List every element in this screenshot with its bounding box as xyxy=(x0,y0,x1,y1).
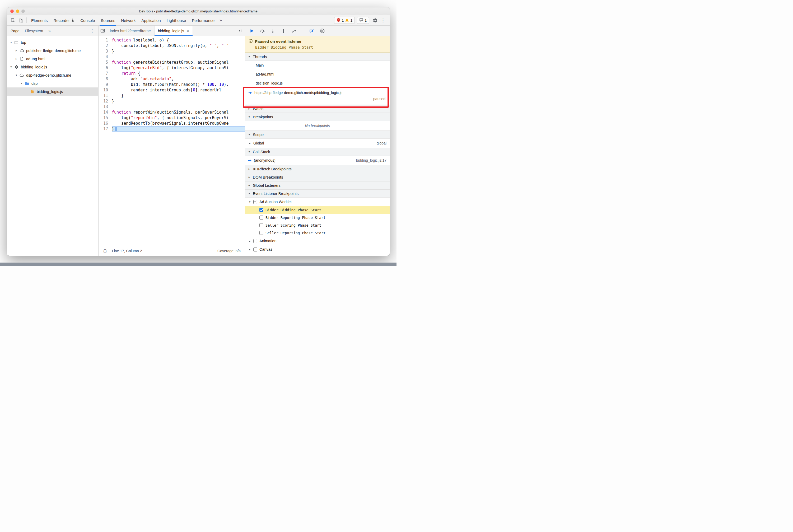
callstack-section-header[interactable]: ▾ Call Stack xyxy=(245,148,390,156)
tree-item[interactable]: ▸ad-tag.html xyxy=(7,55,98,63)
tree-item[interactable]: ▾top xyxy=(7,38,98,46)
xhr-breakpoints-section-header[interactable]: ▸ XHR/fetch Breakpoints xyxy=(245,165,390,173)
tab-recorder[interactable]: Recorder xyxy=(51,15,78,26)
line-number[interactable]: 1 xyxy=(98,38,112,43)
device-toolbar-button[interactable] xyxy=(17,17,25,24)
tab-network[interactable]: Network xyxy=(118,15,138,26)
dom-breakpoints-section-header[interactable]: ▸ DOM Breakpoints xyxy=(245,173,390,181)
sidebar-tab-filesystem[interactable]: Filesystem xyxy=(25,29,43,33)
line-number[interactable]: 17 xyxy=(98,126,112,132)
indeterminate-checkbox[interactable] xyxy=(253,200,257,204)
code-line-content[interactable]: return { xyxy=(112,71,245,76)
threads-section-header[interactable]: ▾ Threads xyxy=(245,53,390,61)
scope-global-row[interactable]: ▸ Global global xyxy=(245,139,390,148)
code-line-content[interactable]: function log(label, o) { xyxy=(112,38,245,43)
resume-button[interactable] xyxy=(248,27,255,34)
breakpoints-section-header[interactable]: ▾ Breakpoints xyxy=(245,113,390,121)
code-line-content[interactable]: render: interestGroup.ads[0].renderUrl xyxy=(112,88,245,93)
deactivate-breakpoints-button[interactable] xyxy=(308,27,315,34)
unchecked-checkbox[interactable] xyxy=(253,239,257,243)
code-line-content[interactable] xyxy=(112,54,245,60)
line-number[interactable]: 11 xyxy=(98,93,112,98)
inspect-element-button[interactable] xyxy=(9,17,17,24)
line-number[interactable]: 6 xyxy=(98,65,112,71)
line-number[interactable]: 7 xyxy=(98,71,112,76)
line-number[interactable]: 14 xyxy=(98,110,112,115)
callstack-frame[interactable]: (anonymous) bidding_logic.js:17 xyxy=(245,156,390,165)
expanded-arrow-icon[interactable]: ▾ xyxy=(20,82,24,85)
thread-item[interactable]: ad-tag.html xyxy=(245,70,390,79)
more-panels-button[interactable]: » xyxy=(218,18,224,23)
tab-performance[interactable]: Performance xyxy=(189,15,218,26)
event-breakpoint-item[interactable]: Bidder Bidding Phase Start xyxy=(245,206,390,214)
pause-on-exceptions-button[interactable] xyxy=(319,27,326,34)
window-titlebar[interactable]: DevTools - publisher-fledge-demo.glitch.… xyxy=(7,7,390,15)
code-line-content[interactable]: console.log(label, JSON.stringify(o, " "… xyxy=(112,43,245,49)
expanded-arrow-icon[interactable]: ▾ xyxy=(9,65,13,69)
tree-item[interactable]: bidding_logic.js xyxy=(7,88,98,96)
code-line-content[interactable]: function generateBid(interestGroup, auct… xyxy=(112,60,245,65)
expanded-arrow-icon[interactable]: ▾ xyxy=(248,200,251,204)
global-listeners-section-header[interactable]: ▸ Global Listeners xyxy=(245,181,390,189)
event-breakpoint-item[interactable]: Bidder Reporting Phase Start xyxy=(245,214,390,221)
tab-lighthouse[interactable]: Lighthouse xyxy=(164,15,189,26)
line-number[interactable]: 15 xyxy=(98,115,112,121)
line-number[interactable]: 8 xyxy=(98,76,112,82)
code-line-content[interactable]: log("reportWin", { auctionSignals, perBu… xyxy=(112,115,245,121)
code-line-content[interactable]: log("generateBid", { interestGroup, auct… xyxy=(112,65,245,71)
frame-location[interactable]: bidding_logic.js:17 xyxy=(356,158,386,163)
editor-tab[interactable]: index.html?fencedframe xyxy=(107,26,154,36)
line-number[interactable]: 4 xyxy=(98,54,112,60)
navigator-menu-button[interactable]: ⋮ xyxy=(90,28,95,34)
console-status-button[interactable]: 1 1 xyxy=(334,17,355,24)
tab-console[interactable]: Console xyxy=(77,15,98,26)
tab-application[interactable]: Application xyxy=(138,15,164,26)
tab-elements[interactable]: Elements xyxy=(28,15,51,26)
close-window-button[interactable] xyxy=(10,10,14,13)
line-number[interactable]: 16 xyxy=(98,121,112,126)
tree-item[interactable]: ▸publisher-fledge-demo.glitch.me xyxy=(7,46,98,55)
collapsed-arrow-icon[interactable]: ▸ xyxy=(248,239,251,243)
unchecked-checkbox[interactable] xyxy=(259,215,263,220)
tab-sources[interactable]: Sources xyxy=(98,15,118,26)
line-number[interactable]: 2 xyxy=(98,43,112,49)
collapsed-arrow-icon[interactable]: ▸ xyxy=(14,49,18,52)
settings-button[interactable] xyxy=(371,17,379,24)
line-number[interactable]: 10 xyxy=(98,88,112,93)
tree-item[interactable]: ▾bidding_logic.js xyxy=(7,63,98,71)
line-number[interactable]: 5 xyxy=(98,60,112,65)
code-line-content[interactable]: } xyxy=(112,126,245,132)
event-category-item[interactable]: ▾Ad Auction Worklet xyxy=(245,197,390,206)
line-number[interactable]: 12 xyxy=(98,98,112,104)
expanded-arrow-icon[interactable]: ▾ xyxy=(14,73,18,77)
event-category-item[interactable]: ▸Animation xyxy=(245,237,390,245)
code-line-content[interactable]: bid: Math.floor(Math.random() * 100, 10)… xyxy=(112,82,245,88)
unchecked-checkbox[interactable] xyxy=(259,223,263,227)
open-search-sidebar-button[interactable] xyxy=(236,27,244,35)
zoom-window-button[interactable] xyxy=(21,10,25,13)
event-breakpoint-item[interactable]: Seller Scoring Phase Start xyxy=(245,221,390,229)
code-line-content[interactable] xyxy=(112,104,245,110)
tree-item[interactable]: ▾dsp-fledge-demo.glitch.me xyxy=(7,71,98,79)
thread-item[interactable]: Main xyxy=(245,61,390,70)
more-options-button[interactable]: ⋮ xyxy=(379,17,387,24)
checked-checkbox[interactable] xyxy=(259,208,263,212)
code-line-content[interactable]: } xyxy=(112,93,245,98)
code-editor[interactable]: 1function log(label, o) {2 console.log(l… xyxy=(98,36,245,246)
unchecked-checkbox[interactable] xyxy=(253,248,257,251)
watch-section-header[interactable]: ▸ Watch xyxy=(245,104,390,113)
thread-item-paused[interactable]: https://dsp-fledge-demo.glitch.me/dsp/bi… xyxy=(245,88,390,104)
collapsed-arrow-icon[interactable]: ▸ xyxy=(14,57,18,60)
editor-tab[interactable]: bidding_logic.js× xyxy=(154,26,193,36)
collapsed-arrow-icon[interactable]: ▸ xyxy=(248,248,251,251)
code-line-content[interactable]: sendReportTo(browserSignals.interestGrou… xyxy=(112,121,245,126)
thread-item[interactable]: decision_logic.js xyxy=(245,79,390,88)
toggle-navigator-button[interactable] xyxy=(98,27,107,35)
sidebar-tab-page[interactable]: Page xyxy=(11,29,20,33)
tree-item[interactable]: ▾dsp xyxy=(7,79,98,88)
step-button[interactable] xyxy=(290,27,298,34)
more-navigator-tabs-button[interactable]: » xyxy=(48,28,51,33)
step-into-button[interactable] xyxy=(269,27,276,34)
pretty-print-button[interactable]: {} xyxy=(103,249,107,253)
close-tab-icon[interactable]: × xyxy=(187,28,189,33)
